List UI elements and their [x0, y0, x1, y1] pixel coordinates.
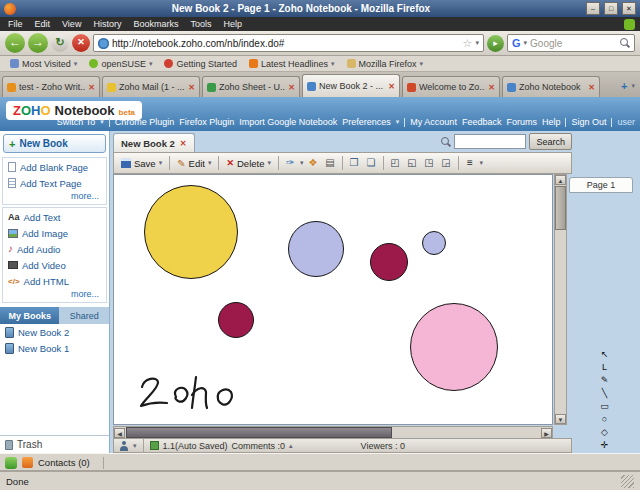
web-search-placeholder[interactable]: Google	[530, 38, 617, 49]
more-pages-link[interactable]: more...	[3, 191, 106, 203]
menu-view[interactable]: View	[56, 19, 87, 29]
menu-help[interactable]: Help	[217, 19, 248, 29]
drawn-ellipse[interactable]	[288, 221, 344, 277]
bookmark-most-visited[interactable]: Most Visited ▾	[5, 59, 82, 69]
sidebar-item-add-html[interactable]: </> Add HTML	[3, 273, 106, 289]
back-button[interactable]: ←	[5, 33, 25, 53]
chevron-down-icon[interactable]: ▾	[133, 442, 137, 450]
forward-button[interactable]: →	[28, 33, 48, 53]
drawn-ellipse[interactable]	[218, 302, 254, 338]
chat-status-icon[interactable]	[5, 457, 17, 469]
drawn-ellipse[interactable]	[410, 303, 498, 391]
browser-tab-writer[interactable]: test - Zoho Writ... ✕	[2, 76, 100, 97]
tab-close-icon[interactable]: ✕	[588, 83, 595, 92]
page-thumbnail-tab[interactable]: Page 1	[569, 177, 633, 193]
close-button[interactable]: ✕	[622, 2, 636, 15]
resize-grip[interactable]	[621, 475, 634, 488]
print-icon[interactable]: ▤	[323, 155, 338, 171]
drawn-ellipse[interactable]	[144, 185, 238, 279]
tab-close-icon[interactable]: ✕	[288, 83, 295, 92]
link-sign-out[interactable]: Sign Out	[571, 117, 606, 127]
link-switch-to[interactable]: Switch To	[57, 117, 95, 127]
sidebar-item-add-image[interactable]: Add Image	[3, 225, 106, 241]
pan-tool[interactable]: ✛	[597, 439, 612, 451]
book-tab-close-icon[interactable]: ✕	[180, 139, 187, 148]
web-search-box[interactable]: G ▾ Google	[507, 34, 635, 52]
url-history-chevron-down-icon[interactable]: ▾	[475, 39, 479, 47]
bookmark-opensuse[interactable]: openSUSE ▾	[84, 59, 157, 69]
scroll-left-arrow-icon[interactable]: ◀	[114, 428, 125, 438]
bookmark-latest-headlines[interactable]: Latest Headlines ▾	[244, 59, 340, 69]
send-to-back-icon[interactable]: ◱	[405, 155, 420, 171]
sidebar-item-add-text-page[interactable]: Add Text Page	[3, 175, 106, 191]
menu-bookmarks[interactable]: Bookmarks	[127, 19, 184, 29]
handwriting-zoho[interactable]	[136, 373, 246, 421]
bookmark-star-icon[interactable]: ☆	[463, 37, 473, 50]
menu-file[interactable]: File	[2, 19, 29, 29]
insert-shape-icon[interactable]: ❖	[306, 155, 321, 171]
notebook-search-input[interactable]	[454, 134, 526, 149]
link-chrome-plugin[interactable]: Chrome Plugin	[115, 117, 175, 127]
horizontal-scroll-thumb[interactable]	[126, 427, 392, 438]
bring-to-front-icon[interactable]: ◰	[388, 155, 403, 171]
tab-close-icon[interactable]: ✕	[388, 82, 395, 91]
line-tool[interactable]: ╲	[597, 387, 612, 399]
link-feedback[interactable]: Feedback	[462, 117, 502, 127]
chat-app-icon[interactable]	[22, 457, 33, 468]
book-item-new-book-2[interactable]: New Book 2	[0, 324, 109, 340]
search-engine-chevron-down-icon[interactable]: ▾	[524, 39, 528, 47]
sidebar-item-trash[interactable]: Trash	[0, 435, 109, 453]
search-magnifier-icon[interactable]	[620, 38, 630, 48]
rectangle-tool[interactable]: ▭	[597, 400, 612, 412]
new-tab-button[interactable]: +	[621, 80, 627, 92]
sidebar-item-add-video[interactable]: Add Video	[3, 257, 106, 273]
tab-close-icon[interactable]: ✕	[188, 83, 195, 92]
book-item-new-book-1[interactable]: New Book 1	[0, 340, 109, 356]
link-my-account[interactable]: My Account	[410, 117, 457, 127]
tab-my-books[interactable]: My Books	[0, 307, 59, 324]
comments-count[interactable]: Comments :0	[232, 441, 286, 451]
url-text[interactable]: http://notebook.zoho.com/nb/index.do#	[112, 38, 460, 49]
browser-tab-welcome[interactable]: Welcome to Zo... ✕	[402, 76, 500, 97]
link-firefox-plugin[interactable]: Firefox Plugin	[179, 117, 234, 127]
sidebar-item-add-blank-page[interactable]: Add Blank Page	[3, 159, 106, 175]
browser-tab-sheet[interactable]: Zoho Sheet - U... ✕	[202, 76, 300, 97]
edit-button[interactable]: ✎ Edit ▾	[174, 158, 214, 169]
link-forums[interactable]: Forums	[506, 117, 537, 127]
delete-button[interactable]: ✕ Delete ▾	[223, 158, 274, 169]
menu-tools[interactable]: Tools	[184, 19, 217, 29]
menu-history[interactable]: History	[87, 19, 127, 29]
scroll-right-arrow-icon[interactable]: ▶	[541, 428, 552, 438]
book-page-tab[interactable]: New Book 2 ✕	[113, 133, 195, 152]
drawn-ellipse[interactable]	[422, 231, 446, 255]
text-tool[interactable]: L	[597, 361, 612, 373]
tab-shared[interactable]: Shared	[59, 307, 109, 324]
minimize-button[interactable]: –	[586, 2, 600, 15]
bookmark-mozilla-firefox[interactable]: Mozilla Firefox ▾	[342, 59, 429, 69]
maximize-button[interactable]: □	[604, 2, 618, 15]
reload-button[interactable]: ↻	[51, 34, 69, 52]
pencil-tool[interactable]: ✎	[597, 374, 612, 386]
bookmark-getting-started[interactable]: Getting Started	[159, 59, 242, 69]
link-preferences[interactable]: Preferences	[342, 117, 391, 127]
tab-close-icon[interactable]: ✕	[88, 83, 95, 92]
drawing-canvas[interactable]	[113, 174, 553, 425]
browser-tab-new-book-2[interactable]: New Book 2 - ... ✕	[302, 74, 400, 97]
tab-close-icon[interactable]: ✕	[488, 83, 495, 92]
select-tool[interactable]: ↖	[597, 348, 612, 360]
browser-tab-notebook[interactable]: Zoho Notebook ✕	[502, 76, 600, 97]
polygon-tool[interactable]: ◇	[597, 426, 612, 438]
paste-icon[interactable]: ❏	[364, 155, 379, 171]
copy-icon[interactable]: ❐	[347, 155, 362, 171]
new-book-button[interactable]: + New Book	[3, 134, 106, 153]
url-bar[interactable]: http://notebook.zoho.com/nb/index.do# ☆ …	[93, 34, 484, 52]
browser-tab-mail[interactable]: Zoho Mail (1 - ... ✕	[102, 76, 200, 97]
chevron-up-icon[interactable]: ▴	[289, 442, 293, 450]
link-import-google-notebook[interactable]: Import Google Notebook	[239, 117, 337, 127]
sidebar-item-add-text[interactable]: Aa Add Text	[3, 209, 106, 225]
bring-forward-icon[interactable]: ◳	[422, 155, 437, 171]
freehand-draw-icon[interactable]: ✑	[283, 155, 298, 171]
ellipse-tool[interactable]: ○	[597, 413, 612, 425]
list-all-tabs-chevron-down-icon[interactable]: ▾	[631, 82, 635, 90]
drawn-ellipse[interactable]	[370, 243, 408, 281]
